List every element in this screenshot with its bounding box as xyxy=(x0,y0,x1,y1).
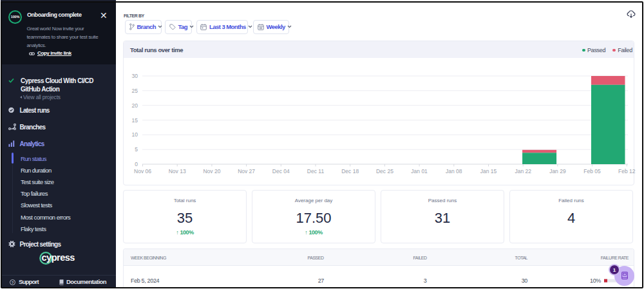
svg-text:Jan 15: Jan 15 xyxy=(480,168,497,174)
svg-text:Nov 27: Nov 27 xyxy=(238,168,255,174)
svg-text:Dec 18: Dec 18 xyxy=(341,168,359,174)
svg-text:5: 5 xyxy=(135,146,138,153)
svg-text:Dec 25: Dec 25 xyxy=(376,168,393,174)
svg-text:Dec 11: Dec 11 xyxy=(307,168,325,174)
svg-text:30: 30 xyxy=(132,73,138,79)
svg-text:Feb 12: Feb 12 xyxy=(618,168,636,174)
svg-text:Jan 29: Jan 29 xyxy=(549,168,566,174)
svg-text:Dec 04: Dec 04 xyxy=(272,168,290,174)
svg-text:25: 25 xyxy=(132,88,138,94)
svg-text:Feb 05: Feb 05 xyxy=(583,168,601,174)
svg-text:0: 0 xyxy=(135,161,138,167)
svg-text:Jan 22: Jan 22 xyxy=(515,168,531,174)
svg-text:10: 10 xyxy=(132,131,138,138)
svg-text:Nov 13: Nov 13 xyxy=(169,168,186,174)
svg-text:?: ? xyxy=(12,280,14,284)
svg-text:Jan 01: Jan 01 xyxy=(411,168,428,174)
svg-text:Jan 08: Jan 08 xyxy=(446,168,462,174)
svg-text:Nov 06: Nov 06 xyxy=(134,168,151,174)
svg-text:20: 20 xyxy=(132,102,138,109)
svg-text:Nov 20: Nov 20 xyxy=(203,168,220,174)
svg-text:15: 15 xyxy=(132,117,138,124)
